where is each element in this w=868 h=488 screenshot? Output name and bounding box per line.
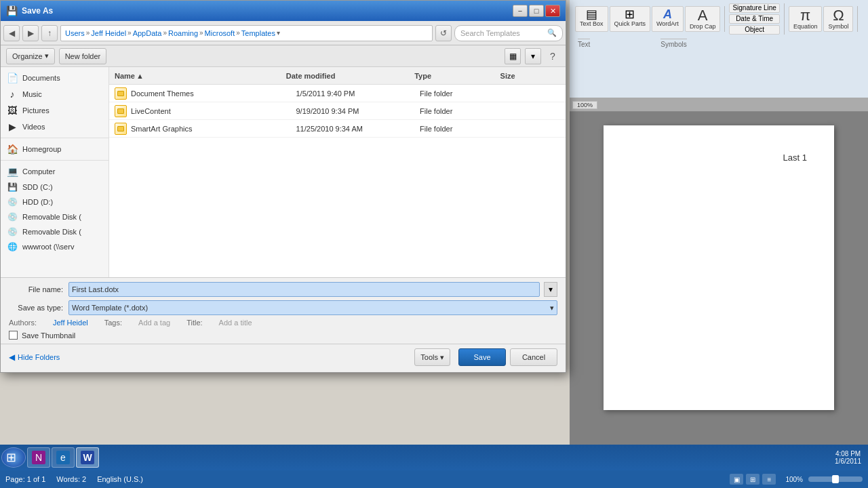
sidebar-item-computer[interactable]: 💻 Computer [1,163,108,180]
breadcrumb-appdata[interactable]: AppData [133,29,162,37]
sidebar-item-removable2[interactable]: 💿 Removable Disk ( [1,224,108,239]
sidebar-item-pictures[interactable]: 🖼 Pictures [1,102,108,119]
dialog-close-btn[interactable]: ✕ [545,5,560,17]
file-list: Name ▲ Date modified Type Size Documen [109,67,566,277]
ribbon-equation-btn[interactable]: π Equation [789,6,823,32]
search-box[interactable]: Search Templates 🔍 [454,25,563,41]
new-folder-btn[interactable]: New folder [59,48,107,64]
sidebar-removable1-label: Removable Disk ( [22,213,81,221]
taskbar-onenote[interactable]: N [27,447,50,468]
sidebar-item-documents[interactable]: 📄 Documents [1,70,108,86]
view-outline-btn[interactable]: ≡ [762,474,776,485]
sidebar-sep-1 [1,138,108,138]
col-name-header[interactable]: Name ▲ [115,72,286,80]
filetype-dropdown-arrow: ▾ [550,304,554,312]
file-row-livecontent[interactable]: LiveContent 9/19/2010 9:34 PM File folde… [109,102,566,120]
hide-folders-btn[interactable]: ◀ Hide Folders [9,352,60,362]
sidebar-item-music[interactable]: ♪ Music [1,86,108,102]
cancel-label: Cancel [522,353,545,361]
view-dropdown-btn[interactable]: ▾ [525,48,541,64]
breadcrumb-users[interactable]: Users [65,29,85,37]
pictures-icon: 🖼 [6,105,18,116]
filetype-select[interactable]: Word Template (*.dotx) ▾ [68,300,557,315]
breadcrumb-roaming[interactable]: Roaming [168,29,198,37]
breadcrumb-templates[interactable]: Templates [241,29,275,37]
filetype-row: Save as type: Word Template (*.dotx) ▾ [9,300,557,315]
status-page: Page: 1 of 1 [5,475,45,483]
sidebar-item-removable1[interactable]: 💿 Removable Disk ( [1,209,108,224]
taskbar-ie[interactable]: e [52,447,75,468]
dialog-content: 📄 Documents ♪ Music 🖼 Pictures ▶ Videos … [1,67,566,277]
filename-label: File name: [9,285,63,293]
filename-dropdown-btn[interactable]: ▾ [544,282,557,297]
breadcrumb-microsoft[interactable]: Microsoft [205,29,235,37]
nav-forward-btn[interactable]: ▶ [22,25,39,41]
sidebar-item-hdd[interactable]: 💿 HDD (D:) [1,195,108,209]
ribbon-symbols-group: π Equation Ω Symbol [789,6,859,32]
breadcrumb-jeffheidel[interactable]: Jeff Heidel [91,29,126,37]
ribbon-datetime-btn[interactable]: Date & Time [729,14,780,24]
thumbnail-checkbox[interactable] [9,331,18,340]
ribbon-symbol-btn[interactable]: Ω Symbol [823,6,853,32]
thumbnail-row: Save Thumbnail [9,331,557,340]
sidebar-item-homegroup[interactable]: 🏠 Homegroup [1,141,108,157]
title-input[interactable]: Add a title [219,319,252,327]
ribbon-dropcap-btn[interactable]: A Drop Cap [685,6,721,32]
thumbnail-label: Save Thumbnail [22,331,75,340]
ribbon-textbox-btn[interactable]: ▤ Text Box [575,6,608,32]
ribbon-wordart-btn[interactable]: A WordArt [652,6,684,32]
hide-folders-label: Hide Folders [18,353,60,361]
ribbon-object-btn[interactable]: Object [729,25,780,35]
view-web-btn[interactable]: ⊞ [746,474,760,485]
help-btn[interactable]: ? [545,49,560,64]
folder-icon-1 [115,87,127,100]
taskbar-word-active[interactable]: W [76,447,99,468]
sidebar: 📄 Documents ♪ Music 🖼 Pictures ▶ Videos … [1,67,109,277]
sidebar-item-wwwroot[interactable]: 🌐 wwwroot (\\serv [1,239,108,254]
dialog-bottom-fields: File name: ▾ Save as type: Word Template… [1,277,566,344]
ribbon-text-group-label: Text [578,39,590,48]
col-type-label: Type [414,72,431,80]
homegroup-icon: 🏠 [6,144,18,155]
dropcap-icon: A [698,8,708,23]
col-size-label: Size [500,72,515,80]
sidebar-pictures-label: Pictures [22,106,50,115]
filetype-label: Save as type: [9,304,63,312]
organize-btn[interactable]: Organize ▾ [6,48,55,64]
col-size-header[interactable]: Size [500,72,560,80]
dialog-title-icon: 💾 [6,5,18,16]
authors-value[interactable]: Jeff Heidel [53,319,88,327]
sidebar-item-sdd[interactable]: 💾 SDD (C:) [1,180,108,195]
file-row-document-themes[interactable]: Document Themes 1/5/2011 9:40 PM File fo… [109,85,566,102]
view-toggle-btn[interactable]: ▦ [505,48,521,64]
file-row-smartart[interactable]: SmartArt Graphics 11/25/2010 9:34 AM Fil… [109,120,566,138]
filename-row: File name: ▾ [9,282,557,297]
nav-back-btn[interactable]: ◀ [3,25,20,41]
dialog-minimize-btn[interactable]: − [513,5,528,17]
view-normal-btn[interactable]: ▣ [730,474,743,485]
tags-input[interactable]: Add a tag [138,319,170,327]
zoom-slider[interactable] [808,476,863,482]
col-type-header[interactable]: Type [414,72,500,80]
folder-icon-3 [115,123,127,135]
nav-up-btn[interactable]: ↑ [41,25,58,41]
save-btn[interactable]: Save [458,348,506,366]
ribbon-row-1: ▤ Text Box ⊞ Quick Parts A WordArt A Dro… [575,3,863,35]
folder-inner-1 [117,91,124,96]
ribbon-signature-btn[interactable]: Signature Line [729,3,780,13]
file-type-1: File folder [420,89,502,98]
folder-inner-2 [117,108,124,114]
breadcrumb[interactable]: Users » Jeff Heidel » AppData » Roaming … [60,25,433,41]
dialog-maximize-btn[interactable]: □ [529,5,544,17]
ribbon-quickparts-btn[interactable]: ⊞ Quick Parts [610,6,651,32]
status-words: Words: 2 [56,475,86,483]
cancel-btn[interactable]: Cancel [510,348,557,366]
nav-refresh-btn[interactable]: ↺ [435,25,452,41]
col-date-header[interactable]: Date modified [286,72,415,80]
start-button[interactable]: ⊞ [1,447,26,468]
filename-input[interactable] [68,282,540,297]
sidebar-item-videos[interactable]: ▶ Videos [1,119,108,135]
metadata-row: Authors: Jeff Heidel Tags: Add a tag Tit… [9,319,557,327]
title-label: Title: [186,319,202,327]
tools-btn[interactable]: Tools ▾ [414,348,450,366]
